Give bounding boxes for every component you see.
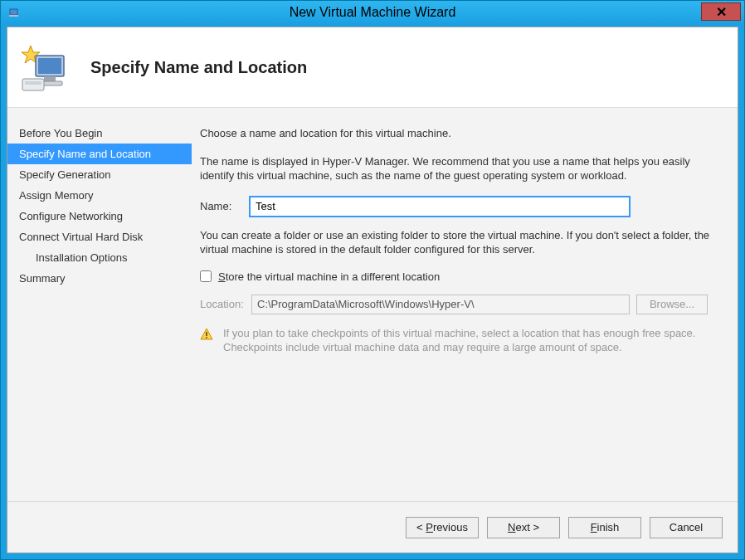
browse-button: Browse... [636, 295, 708, 314]
sidebar-item-specify-generation[interactable]: Specify Generation [7, 164, 192, 185]
location-input [251, 295, 630, 314]
sidebar-item-installation-options[interactable]: Installation Options [7, 247, 192, 268]
wizard-sidebar: Before You BeginSpecify Name and Locatio… [7, 108, 192, 501]
close-button[interactable]: ✕ [701, 2, 741, 21]
store-checkbox-label[interactable]: Store the virtual machine in a different… [218, 270, 440, 283]
app-icon [7, 6, 21, 19]
svg-rect-0 [10, 9, 17, 15]
intro-text: Choose a name and location for this virt… [200, 126, 718, 141]
header-area: Specify Name and Location [7, 27, 738, 107]
main-panel: Choose a name and location for this virt… [192, 108, 738, 501]
location-row: Location: Browse... [200, 295, 718, 314]
name-input[interactable] [250, 197, 630, 217]
svg-rect-4 [38, 58, 61, 74]
window-frame: New Virtual Machine Wizard ✕ Specify Nam… [0, 0, 745, 560]
svg-rect-5 [44, 76, 56, 81]
svg-rect-8 [25, 81, 41, 85]
desc-text: The name is displayed in Hyper-V Manager… [200, 154, 718, 183]
svg-rect-1 [9, 15, 18, 17]
titlebar[interactable]: New Virtual Machine Wizard ✕ [1, 1, 744, 24]
svg-rect-10 [206, 332, 207, 336]
dialog-body: Specify Name and Location Before You Beg… [7, 27, 738, 553]
sidebar-item-configure-networking[interactable]: Configure Networking [7, 206, 192, 226]
wizard-icon [19, 41, 72, 94]
location-label: Location: [200, 298, 251, 310]
store-checkbox-row: Store the virtual machine in a different… [200, 270, 718, 283]
window-title: New Virtual Machine Wizard [1, 5, 744, 20]
sidebar-item-specify-name-and-location[interactable]: Specify Name and Location [7, 144, 192, 164]
previous-button[interactable]: < Previous [406, 517, 479, 538]
folder-desc-text: You can create a folder or use an existi… [200, 228, 718, 257]
page-title: Specify Name and Location [90, 58, 307, 77]
close-icon: ✕ [716, 4, 727, 20]
sidebar-item-before-you-begin[interactable]: Before You Begin [7, 123, 192, 144]
next-button[interactable]: Next > [487, 517, 560, 538]
name-row: Name: [200, 197, 718, 217]
button-bar: < Previous Next > Finish Cancel [7, 501, 738, 553]
finish-button[interactable]: Finish [568, 517, 641, 538]
store-checkbox[interactable] [200, 270, 212, 282]
sidebar-item-connect-virtual-hard-disk[interactable]: Connect Virtual Hard Disk [7, 226, 192, 247]
svg-rect-11 [206, 337, 207, 338]
cancel-button[interactable]: Cancel [650, 517, 723, 538]
warning-row: If you plan to take checkpoints of this … [200, 326, 718, 355]
sidebar-item-assign-memory[interactable]: Assign Memory [7, 185, 192, 206]
content-area: Before You BeginSpecify Name and Locatio… [7, 107, 738, 501]
warning-icon [200, 328, 215, 345]
name-label: Name: [200, 200, 250, 212]
sidebar-item-summary[interactable]: Summary [7, 268, 192, 289]
warning-text: If you plan to take checkpoints of this … [223, 326, 718, 355]
